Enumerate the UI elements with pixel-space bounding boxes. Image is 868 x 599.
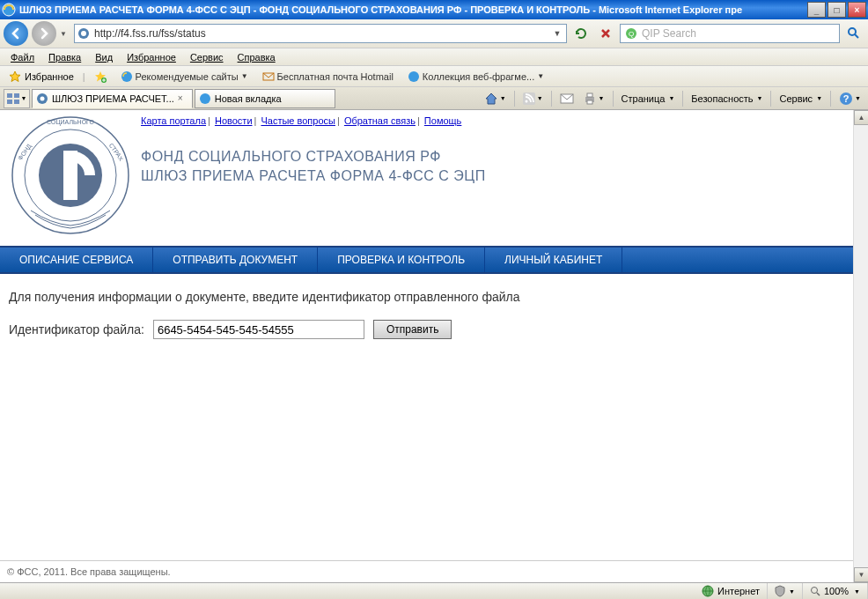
- cmd-safety[interactable]: Безопасность▼: [688, 92, 766, 106]
- tab-bar: ▼ ШЛЮЗ ПРИЕМА РАСЧЕТ... × Новая вкладка …: [0, 87, 868, 110]
- forward-button[interactable]: [32, 21, 56, 46]
- help-button[interactable]: ?▼: [835, 90, 864, 107]
- svg-text:СТРАХ: СТРАХ: [108, 142, 125, 162]
- status-bar: Интернет ▼ 100% ▼: [0, 582, 868, 599]
- nav-toolbar: ▼ http://f4.fss.ru/fss/status ▼ Q QIP Se…: [0, 19, 868, 48]
- tab-close-button[interactable]: ×: [178, 93, 188, 104]
- fav-hotmail[interactable]: Бесплатная почта Hotmail: [257, 69, 399, 85]
- command-bar: ▼ ▼ ▼ Страница▼ Безопасность▼ Сервис▼ ?▼: [481, 90, 864, 107]
- home-button[interactable]: ▼: [481, 90, 510, 107]
- separator: |: [83, 71, 85, 82]
- link-news[interactable]: Новости: [215, 115, 253, 126]
- window-titlebar: ШЛЮЗ ПРИЕМА РАСЧЕТА ФОРМА 4-ФСС С ЭЦП - …: [0, 0, 868, 19]
- stop-button[interactable]: [595, 24, 616, 43]
- form-prompt: Для получения информации о документе, вв…: [9, 290, 844, 304]
- address-bar[interactable]: http://f4.fss.ru/fss/status ▼: [74, 24, 567, 43]
- mail-button[interactable]: [556, 91, 577, 107]
- search-placeholder: QIP Search: [642, 27, 835, 40]
- org-title: ФОНД СОЦИАЛЬНОГО СТРАХОВАНИЯ РФ: [141, 149, 844, 165]
- menu-edit[interactable]: Правка: [41, 50, 88, 64]
- cmd-tools[interactable]: Сервис▼: [776, 92, 826, 106]
- org-subtitle: ШЛЮЗ ПРИЕМА РАСЧЕТА ФОРМА 4-ФСС С ЭЦП: [141, 168, 844, 184]
- qip-icon: Q: [624, 26, 638, 41]
- menu-favorites[interactable]: Избранное: [120, 50, 183, 64]
- submit-button[interactable]: Отправить: [373, 320, 452, 339]
- link-site-map[interactable]: Карта портала: [141, 115, 206, 126]
- favorites-button[interactable]: Избранное: [4, 69, 79, 85]
- menu-tools[interactable]: Сервис: [183, 50, 231, 64]
- cmd-page[interactable]: Страница▼: [618, 92, 679, 106]
- cmd-label: Сервис: [779, 93, 813, 104]
- tab-label: Новая вкладка: [215, 93, 282, 104]
- svg-point-18: [525, 100, 527, 102]
- menu-help[interactable]: Справка: [231, 50, 283, 64]
- nav-personal-account[interactable]: ЛИЧНЫЙ КАБИНЕТ: [485, 248, 622, 272]
- link-faq[interactable]: Частые вопросы: [261, 115, 335, 126]
- search-box[interactable]: Q QIP Search: [620, 24, 840, 43]
- zoom-icon: [810, 586, 820, 596]
- svg-point-16: [200, 93, 210, 104]
- status-zoom[interactable]: 100% ▼: [803, 583, 868, 599]
- close-button[interactable]: ×: [848, 2, 866, 18]
- fav-recommended-sites[interactable]: Рекомендуемые сайты ▼: [115, 69, 254, 85]
- refresh-button[interactable]: [570, 24, 592, 43]
- top-links: Карта портала| Новости| Частые вопросы| …: [141, 115, 844, 126]
- cmd-label: Страница: [622, 93, 666, 104]
- file-id-label: Идентификатор файла:: [9, 322, 144, 336]
- favorites-bar: Избранное | Рекомендуемые сайты ▼ Беспла…: [0, 66, 868, 87]
- svg-point-5: [849, 28, 856, 35]
- page-icon: [77, 26, 91, 41]
- feeds-button[interactable]: ▼: [519, 91, 547, 107]
- back-button[interactable]: [4, 21, 28, 46]
- svg-rect-21: [587, 93, 592, 97]
- tab-favicon: [36, 92, 48, 105]
- maximize-button[interactable]: □: [828, 2, 846, 18]
- fav-item-label: Бесплатная почта Hotmail: [277, 71, 394, 82]
- favorites-label: Избранное: [25, 71, 74, 82]
- page-footer: © ФСС, 2011. Все права защищены.: [0, 560, 853, 582]
- link-feedback[interactable]: Обратная связь: [344, 115, 416, 126]
- minimize-button[interactable]: _: [807, 2, 826, 18]
- svg-rect-12: [7, 100, 12, 104]
- form-area: Для получения информации о документе, вв…: [0, 274, 853, 355]
- fav-add-button[interactable]: [89, 69, 112, 85]
- quick-tabs-button[interactable]: ▼: [4, 89, 30, 108]
- tab-1[interactable]: ШЛЮЗ ПРИЕМА РАСЧЕТ... ×: [32, 89, 193, 108]
- tab-label: ШЛЮЗ ПРИЕМА РАСЧЕТ...: [52, 93, 174, 104]
- ie-icon: [2, 3, 16, 17]
- svg-point-9: [408, 71, 419, 82]
- ie-small-icon: [408, 70, 420, 83]
- svg-rect-22: [587, 100, 592, 104]
- svg-point-2: [81, 31, 86, 36]
- fav-item-label: Рекомендуемые сайты: [136, 71, 239, 82]
- menu-file[interactable]: Файл: [4, 50, 41, 64]
- zone-label: Интернет: [717, 586, 760, 596]
- svg-point-15: [40, 96, 45, 100]
- file-id-input[interactable]: [153, 320, 364, 339]
- cmd-label: Безопасность: [691, 93, 753, 104]
- svg-text:?: ?: [843, 93, 850, 104]
- status-zone[interactable]: Интернет: [695, 583, 768, 599]
- nav-check-control[interactable]: ПРОВЕРКА И КОНТРОЛЬ: [318, 248, 485, 272]
- svg-rect-11: [14, 93, 19, 98]
- print-button[interactable]: ▼: [579, 90, 608, 107]
- fav-item-label: Коллекция веб-фрагме...: [423, 71, 534, 82]
- scroll-down-button[interactable]: ▼: [854, 567, 868, 582]
- nav-submit-document[interactable]: ОТПРАВИТЬ ДОКУМЕНТ: [153, 248, 318, 272]
- vertical-scrollbar[interactable]: ▲ ▼: [853, 110, 868, 582]
- star-icon: [9, 70, 21, 83]
- link-help[interactable]: Помощь: [424, 115, 462, 126]
- shield-icon: [775, 585, 785, 597]
- hotmail-icon: [262, 70, 275, 83]
- star-add-icon: [94, 70, 107, 83]
- nav-service-description[interactable]: ОПИСАНИЕ СЕРВИСА: [0, 248, 153, 272]
- page-header: СОЦИАЛЬНОГО ФОНД СТРАХ Карта портала| Но…: [0, 110, 853, 246]
- fav-web-fragments[interactable]: Коллекция веб-фрагме... ▼: [402, 69, 549, 85]
- tab-2[interactable]: Новая вкладка: [195, 89, 335, 108]
- menu-view[interactable]: Вид: [88, 50, 120, 64]
- scroll-up-button[interactable]: ▲: [854, 110, 868, 125]
- status-protected-mode[interactable]: ▼: [768, 583, 803, 599]
- search-button[interactable]: [843, 24, 864, 43]
- address-dropdown[interactable]: ▼: [550, 29, 564, 38]
- nav-history-dropdown[interactable]: ▼: [60, 30, 70, 38]
